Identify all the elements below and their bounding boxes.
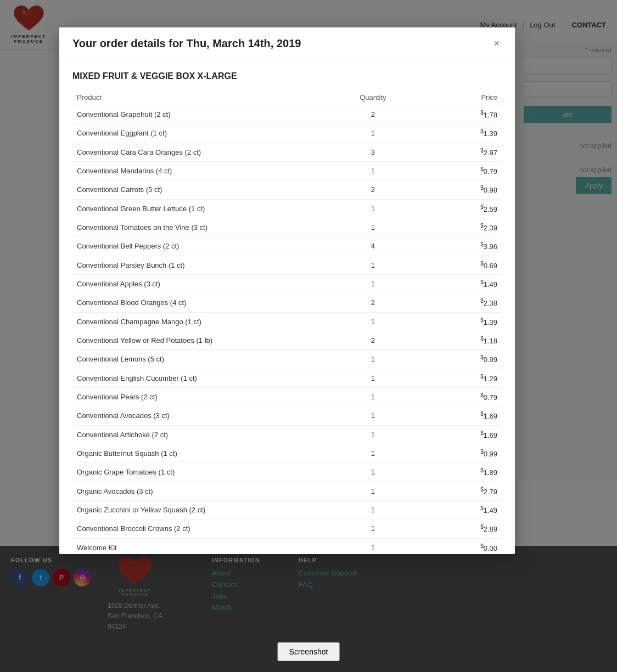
product-name: Conventional Avocados (3 ct) [72, 406, 330, 425]
product-price: $1.78 [416, 105, 502, 124]
table-row: Conventional Parsley Bunch (1 ct) 1 $0.6… [72, 256, 502, 274]
table-row: Conventional Eggplant (1 ct) 1 $1.39 [72, 124, 502, 143]
table-row: Conventional Lemons (5 ct) 1 $0.99 [72, 350, 502, 369]
product-price: $1.89 [416, 463, 502, 482]
table-row: Conventional Grapefruit (2 ct) 2 $1.78 [72, 105, 502, 124]
product-qty: 1 [330, 274, 416, 293]
product-qty: 1 [330, 500, 416, 519]
table-row: Conventional English Cucumber (1 ct) 1 $… [72, 369, 502, 387]
product-qty: 3 [330, 143, 416, 161]
table-row: Organic Butternut Squash (1 ct) 1 $0.99 [72, 444, 502, 462]
product-name: Conventional Champagne Mango (1 ct) [72, 312, 330, 331]
product-qty: 1 [330, 312, 416, 331]
product-price: $0.00 [416, 538, 502, 554]
product-price: $1.69 [416, 425, 502, 444]
product-name: Conventional Artichoke (2 ct) [72, 425, 330, 444]
product-price: $0.98 [416, 180, 502, 199]
product-name: Conventional Pears (2 ct) [72, 387, 330, 406]
table-row: Conventional Apples (3 ct) 1 $1.49 [72, 274, 502, 293]
product-price: $0.99 [416, 350, 502, 369]
order-table: Product Quantity Price Conventional Grap… [72, 90, 502, 554]
table-row: Conventional Artichoke (2 ct) 1 $1.69 [72, 425, 502, 444]
order-details-modal: Your order details for Thu, March 14th, … [59, 27, 515, 554]
modal-title: Your order details for Thu, March 14th, … [72, 37, 301, 50]
product-price: $1.39 [416, 312, 502, 331]
product-qty: 1 [330, 256, 416, 274]
product-price: $0.79 [416, 161, 502, 180]
product-price: $1.49 [416, 500, 502, 519]
modal-header: Your order details for Thu, March 14th, … [59, 27, 515, 60]
product-name: Conventional Blood Oranges (4 ct) [72, 293, 330, 312]
table-row: Conventional Cara Cara Oranges (2 ct) 3 … [72, 143, 502, 161]
product-qty: 1 [330, 161, 416, 180]
product-price: $2.39 [416, 218, 502, 236]
table-row: Conventional Carrots (5 ct) 2 $0.98 [72, 180, 502, 199]
product-name: Conventional Cara Cara Oranges (2 ct) [72, 143, 330, 161]
table-row: Organic Avocados (3 ct) 1 $2.79 [72, 482, 502, 500]
product-price: $2.89 [416, 519, 502, 538]
table-row: Conventional Champagne Mango (1 ct) 1 $1… [72, 312, 502, 331]
product-price: $1.29 [416, 369, 502, 387]
screenshot-button[interactable]: Screenshot [278, 642, 340, 661]
product-name: Conventional Apples (3 ct) [72, 274, 330, 293]
table-row: Welcome Kit 1 $0.00 [72, 538, 502, 554]
product-qty: 1 [330, 218, 416, 236]
product-name: Conventional Parsley Bunch (1 ct) [72, 256, 330, 274]
table-row: Conventional Bell Peppers (2 ct) 4 $3.96 [72, 237, 502, 256]
product-price: $1.69 [416, 406, 502, 425]
product-qty: 1 [330, 369, 416, 387]
box-title: MIXED FRUIT & VEGGIE BOX X-LARGE [72, 71, 502, 81]
product-qty: 1 [330, 350, 416, 369]
product-qty: 1 [330, 387, 416, 406]
product-price: $2.79 [416, 482, 502, 500]
product-name: Conventional Green Butter Lettuce (1 ct) [72, 199, 330, 218]
col-header-price: Price [416, 90, 502, 105]
table-row: Organic Grape Tomatoes (1 ct) 1 $1.89 [72, 463, 502, 482]
product-name: Conventional English Cucumber (1 ct) [72, 369, 330, 387]
product-price: $2.97 [416, 143, 502, 161]
product-qty: 1 [330, 538, 416, 554]
table-row: Conventional Broccoli Crowns (2 ct) 1 $2… [72, 519, 502, 538]
table-row: Conventional Blood Oranges (4 ct) 2 $2.3… [72, 293, 502, 312]
product-price: $1.18 [416, 331, 502, 349]
table-row: Organic Zucchini or Yellow Squash (2 ct)… [72, 500, 502, 519]
modal-body: MIXED FRUIT & VEGGIE BOX X-LARGE Product… [59, 60, 515, 554]
product-name: Conventional Broccoli Crowns (2 ct) [72, 519, 330, 538]
product-price: $1.39 [416, 124, 502, 143]
product-qty: 1 [330, 199, 416, 218]
table-row: Conventional Tomatoes on the Vine (3 ct)… [72, 218, 502, 236]
product-qty: 2 [330, 293, 416, 312]
table-row: Conventional Mandarins (4 ct) 1 $0.79 [72, 161, 502, 180]
product-name: Organic Avocados (3 ct) [72, 482, 330, 500]
product-name: Conventional Carrots (5 ct) [72, 180, 330, 199]
product-price: $3.96 [416, 237, 502, 256]
product-qty: 1 [330, 406, 416, 425]
product-name: Welcome Kit [72, 538, 330, 554]
product-qty: 2 [330, 105, 416, 124]
product-name: Conventional Tomatoes on the Vine (3 ct) [72, 218, 330, 236]
product-name: Conventional Yellow or Red Potatoes (1 l… [72, 331, 330, 349]
product-qty: 2 [330, 331, 416, 349]
product-price: $0.99 [416, 444, 502, 462]
product-price: $2.59 [416, 199, 502, 218]
product-name: Organic Butternut Squash (1 ct) [72, 444, 330, 462]
product-name: Conventional Bell Peppers (2 ct) [72, 237, 330, 256]
table-row: Conventional Avocados (3 ct) 1 $1.69 [72, 406, 502, 425]
product-name: Organic Zucchini or Yellow Squash (2 ct) [72, 500, 330, 519]
product-price: $1.49 [416, 274, 502, 293]
col-header-product: Product [72, 90, 330, 105]
product-qty: 1 [330, 519, 416, 538]
product-name: Organic Grape Tomatoes (1 ct) [72, 463, 330, 482]
product-name: Conventional Mandarins (4 ct) [72, 161, 330, 180]
product-qty: 4 [330, 237, 416, 256]
product-qty: 1 [330, 463, 416, 482]
table-row: Conventional Green Butter Lettuce (1 ct)… [72, 199, 502, 218]
product-name: Conventional Eggplant (1 ct) [72, 124, 330, 143]
table-row: Conventional Pears (2 ct) 1 $0.79 [72, 387, 502, 406]
table-row: Conventional Yellow or Red Potatoes (1 l… [72, 331, 502, 349]
product-price: $2.38 [416, 293, 502, 312]
product-qty: 1 [330, 425, 416, 444]
modal-close-button[interactable]: × [491, 38, 502, 49]
product-qty: 1 [330, 444, 416, 462]
product-qty: 1 [330, 482, 416, 500]
